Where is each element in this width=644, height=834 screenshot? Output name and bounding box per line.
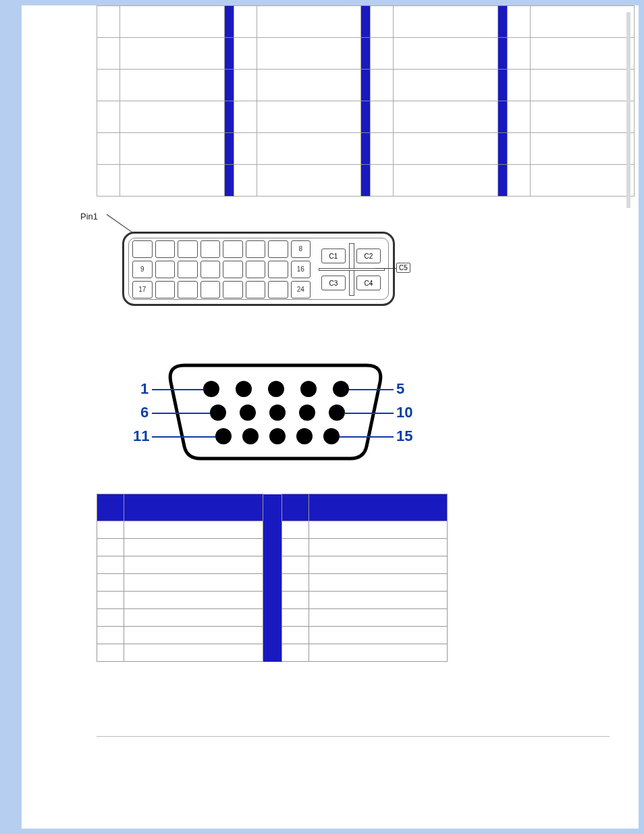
blue-divider [498,6,507,38]
leader-line [152,389,203,390]
svg-point-12 [269,428,286,444]
sidebar-area [22,5,97,829]
vga-pin-15-label: 15 [396,427,412,445]
svg-point-0 [203,381,219,397]
footer-area [97,737,635,791]
top-spec-table [97,5,635,197]
leader-line [340,436,394,438]
svg-point-4 [333,381,349,397]
table-cell [507,6,530,38]
vga-pin-5-label: 5 [396,380,404,398]
blue-divider [361,6,371,38]
blue-divider [224,6,234,38]
page-frame: Pin1 8 9 16 17 24 C1 [0,0,644,834]
page-content: Pin1 8 9 16 17 24 C1 [5,5,639,829]
dvi-pin-c1: C1 [321,249,346,263]
dvi-pin-16: 16 [291,261,311,278]
svg-point-3 [300,381,317,397]
vga-pin-10-label: 10 [396,404,412,421]
table-cell [371,6,394,38]
pin-assignment-table [97,494,448,662]
left-margin [5,5,22,829]
vga-pin-6-label: 6 [140,404,149,421]
leader-line [152,413,210,414]
dvi-pin-c3: C3 [321,276,346,290]
header-pin-num-left [97,494,124,521]
svg-point-2 [268,381,284,397]
svg-point-8 [299,405,315,421]
leader-line [349,389,394,390]
dvi-pin-9: 9 [132,261,153,278]
svg-point-6 [240,405,256,421]
vga-pin-1-label: 1 [140,380,149,398]
leader-line [345,413,394,414]
pin1-label: Pin1 [80,211,98,221]
header-desc-left [124,494,263,521]
svg-point-14 [323,428,340,444]
dvi-connector-diagram: Pin1 8 9 16 17 24 C1 [97,217,434,332]
header-pin-num-right [281,494,308,521]
dvi-pin-24: 24 [291,281,311,298]
leader-line [152,436,215,438]
dvi-pin-c4: C4 [356,276,381,290]
vga-connector-diagram: 1 6 11 5 10 15 [117,352,434,467]
table-cell [257,6,361,38]
dvi-shell: 8 9 16 17 24 C1 C2 C3 C4 [122,232,395,306]
c5-leader-line [375,268,396,269]
svg-point-1 [236,381,252,397]
header-desc-right [308,494,448,521]
dvi-pin-17: 17 [132,281,153,298]
svg-point-13 [296,428,313,444]
table-cell [97,6,120,38]
dvi-pin-8: 8 [291,240,311,258]
dvi-pin-c2: C2 [356,249,381,263]
svg-point-9 [329,405,345,421]
svg-point-11 [242,428,259,444]
scroll-sliver [626,12,630,208]
table-cell [394,6,498,38]
dvi-pin-c5: C5 [396,263,410,273]
vga-svg [117,352,434,467]
dvi-pin-grid: 8 9 16 17 24 [132,240,311,298]
table-cell [120,6,225,38]
dvi-c-pin-area: C1 C2 C3 C4 [319,240,385,298]
table-cell [234,6,257,38]
svg-point-5 [210,405,226,421]
vga-pin-11-label: 11 [133,427,149,445]
svg-point-7 [269,405,286,421]
blue-divider [263,494,281,521]
svg-point-10 [215,428,232,444]
table-cell [530,6,635,38]
